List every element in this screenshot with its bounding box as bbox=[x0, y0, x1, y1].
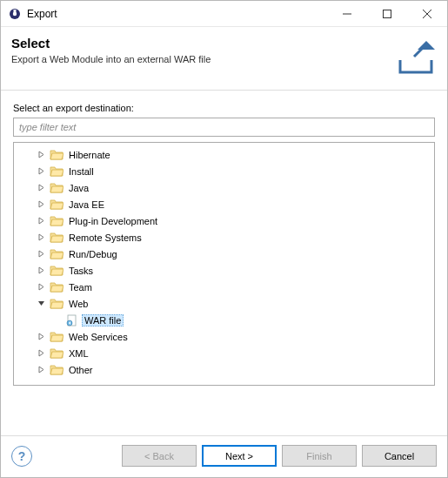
button-bar: ? < Back Next > Finish Cancel bbox=[1, 435, 447, 477]
svg-marker-11 bbox=[39, 185, 43, 191]
svg-point-2 bbox=[13, 11, 17, 15]
svg-marker-24 bbox=[39, 367, 43, 373]
svg-marker-14 bbox=[39, 234, 43, 240]
back-button[interactable]: < Back bbox=[122, 445, 197, 467]
folder-icon bbox=[50, 181, 64, 195]
chevron-right-icon[interactable] bbox=[35, 199, 47, 211]
tree-item[interactable]: Tasks bbox=[16, 262, 432, 279]
tree-item-label: Hibernate bbox=[66, 149, 113, 161]
page-description: Export a Web Module into an external WAR… bbox=[11, 54, 386, 64]
tree-item[interactable]: Plug-in Development bbox=[16, 212, 432, 229]
svg-marker-12 bbox=[39, 201, 43, 207]
tree-item-label: Java EE bbox=[66, 199, 107, 211]
file-icon bbox=[65, 313, 79, 327]
tree-item-label: WAR file bbox=[82, 314, 124, 327]
svg-marker-18 bbox=[38, 301, 44, 306]
tree-item-label: Remote Systems bbox=[66, 232, 144, 244]
tree-item[interactable]: Run/Debug bbox=[16, 246, 432, 262]
tree-item[interactable]: Web bbox=[16, 295, 432, 312]
page-title: Select bbox=[11, 36, 386, 50]
svg-marker-15 bbox=[39, 251, 43, 257]
export-tree[interactable]: HibernateInstallJavaJava EEPlug-in Devel… bbox=[14, 143, 434, 385]
maximize-button[interactable] bbox=[367, 1, 407, 27]
tree-item-label: Install bbox=[66, 165, 97, 178]
tree-item[interactable]: Remote Systems bbox=[16, 229, 432, 246]
tree-item-label: Team bbox=[66, 281, 95, 293]
tree-item-label: XML bbox=[66, 347, 91, 360]
folder-icon bbox=[50, 347, 64, 360]
tree-item[interactable]: Web Services bbox=[16, 328, 432, 345]
export-dialog: Export Select Export a Web Module into a… bbox=[0, 0, 448, 478]
svg-marker-10 bbox=[39, 168, 43, 174]
app-icon bbox=[8, 7, 22, 21]
tree-container: HibernateInstallJavaJava EEPlug-in Devel… bbox=[13, 142, 435, 386]
destination-label: Select an export destination: bbox=[13, 103, 435, 113]
folder-icon bbox=[50, 330, 64, 344]
svg-marker-22 bbox=[39, 333, 43, 340]
help-button[interactable]: ? bbox=[11, 446, 32, 467]
tree-item-label: Tasks bbox=[66, 265, 96, 277]
svg-marker-13 bbox=[39, 218, 43, 224]
folder-icon bbox=[50, 264, 64, 278]
tree-item-label: Java bbox=[66, 182, 91, 194]
chevron-right-icon[interactable] bbox=[35, 364, 47, 376]
chevron-right-icon[interactable] bbox=[35, 347, 47, 360]
filter-input[interactable] bbox=[13, 118, 435, 137]
chevron-right-icon[interactable] bbox=[35, 165, 47, 178]
tree-item-label: Web Services bbox=[66, 331, 130, 343]
wizard-body: Select an export destination: HibernateI… bbox=[1, 91, 447, 435]
svg-marker-23 bbox=[39, 350, 43, 356]
folder-icon bbox=[50, 198, 64, 212]
wizard-header: Select Export a Web Module into an exter… bbox=[1, 27, 447, 91]
chevron-right-icon[interactable] bbox=[35, 331, 47, 343]
tree-item[interactable]: Other bbox=[16, 361, 432, 378]
folder-icon bbox=[50, 214, 64, 228]
tree-item-label: Web bbox=[66, 298, 90, 310]
folder-icon bbox=[50, 297, 64, 311]
chevron-right-icon[interactable] bbox=[35, 265, 47, 277]
minimize-button[interactable] bbox=[327, 1, 367, 27]
tree-item[interactable]: XML bbox=[16, 345, 432, 361]
tree-item[interactable]: Install bbox=[16, 163, 432, 179]
window-title: Export bbox=[27, 8, 327, 20]
tree-item[interactable]: Java EE bbox=[16, 196, 432, 212]
twisty-none bbox=[50, 314, 63, 327]
folder-icon bbox=[50, 247, 64, 261]
tree-item-label: Run/Debug bbox=[66, 248, 120, 260]
question-icon: ? bbox=[18, 449, 26, 463]
next-button[interactable]: Next > bbox=[202, 445, 277, 467]
svg-marker-9 bbox=[39, 151, 43, 158]
cancel-button[interactable]: Cancel bbox=[362, 445, 437, 467]
tree-item-label: Plug-in Development bbox=[66, 215, 160, 227]
chevron-right-icon[interactable] bbox=[35, 149, 47, 161]
svg-marker-17 bbox=[39, 284, 43, 290]
svg-marker-7 bbox=[418, 41, 435, 50]
tree-item-label: Other bbox=[66, 364, 96, 376]
folder-icon bbox=[50, 165, 64, 178]
folder-icon bbox=[50, 148, 64, 162]
svg-marker-16 bbox=[39, 267, 43, 273]
export-icon bbox=[395, 36, 437, 77]
tree-item[interactable]: Java bbox=[16, 179, 432, 196]
chevron-right-icon[interactable] bbox=[35, 215, 47, 227]
folder-icon bbox=[50, 231, 64, 245]
chevron-right-icon[interactable] bbox=[35, 232, 47, 244]
close-button[interactable] bbox=[407, 1, 447, 27]
tree-item[interactable]: Team bbox=[16, 279, 432, 295]
folder-icon bbox=[50, 280, 64, 294]
chevron-right-icon[interactable] bbox=[35, 248, 47, 260]
titlebar: Export bbox=[1, 1, 447, 27]
finish-button[interactable]: Finish bbox=[282, 445, 357, 467]
folder-icon bbox=[50, 363, 64, 377]
chevron-right-icon[interactable] bbox=[35, 182, 47, 194]
chevron-down-icon[interactable] bbox=[35, 298, 47, 310]
tree-item[interactable]: WAR file bbox=[16, 312, 432, 328]
svg-rect-4 bbox=[384, 10, 391, 17]
chevron-right-icon[interactable] bbox=[35, 281, 47, 293]
tree-item[interactable]: Hibernate bbox=[16, 146, 432, 163]
